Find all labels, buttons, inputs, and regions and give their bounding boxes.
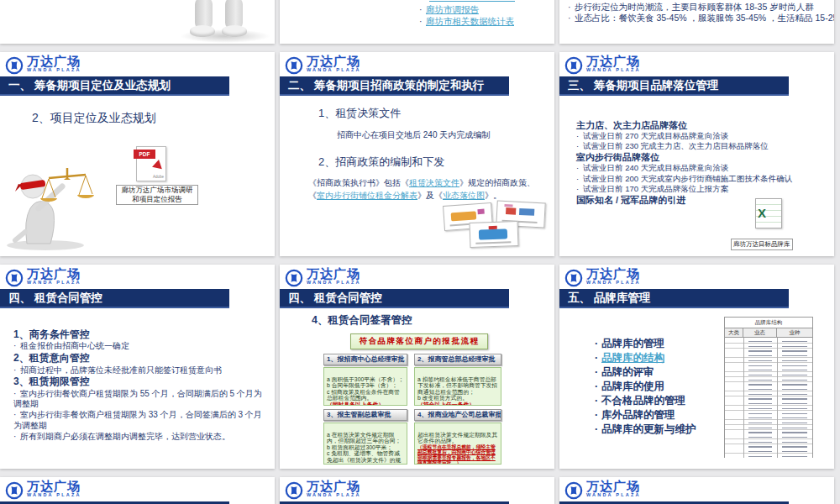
logo-title: 万达广场	[307, 55, 361, 67]
table-title: 品牌库结构	[725, 318, 812, 328]
link-rent-breakdown-table[interactable]: 室内步行街铺位租金分解表	[317, 191, 417, 200]
section-heading: 2、项目定位及业态规划	[32, 111, 156, 126]
item-heading: 2、招商政策的编制和下发	[318, 155, 444, 170]
section-head: 3、租赁期限管控	[13, 375, 265, 388]
contract-control-list: 1、商务条件管控 ·租金报价由招商中心统一确定 2、租赁意向管控 ·招商过程中，…	[13, 328, 265, 443]
wanda-logo: 万达广场WANDA PLAZA	[5, 480, 81, 503]
wanda-logo-mark-icon	[5, 481, 24, 500]
list-item: ·租金报价由招商中心统一确定	[13, 341, 265, 352]
bullet-icon: ·	[568, 13, 575, 23]
link-city-data-table[interactable]: 廊坊市相关数据统计表	[426, 16, 514, 26]
table-header: 大类 业态 业种	[725, 328, 812, 338]
slide-row1-col2[interactable]: ·廊坊市调报告 ·廊坊市相关数据统计表	[280, 0, 554, 44]
section-head: 2、租赁意向管控	[13, 352, 265, 365]
slide-grid-page: ·廊坊市调报告 ·廊坊市相关数据统计表 ·步行街定位为时尚潮流，主要目标顾客群体…	[0, 0, 840, 504]
slide-title: 一、 筹备期项目定位及业态规划	[8, 79, 171, 92]
slide-title-bar: 四、 租赁合同管控	[280, 289, 509, 308]
slide-row4-col2[interactable]: 万达广场WANDA PLAZA	[280, 477, 554, 504]
wanda-logo-mark-icon	[5, 269, 24, 287]
list-item: ·试营业日前 200 天完成室内步行街商铺施工图技术条件确认	[576, 174, 822, 184]
pdf-badge: PDF	[134, 150, 155, 159]
wanda-logo: 万达广场WANDA PLAZA	[564, 55, 641, 78]
logo-title: 万达广场	[27, 55, 81, 67]
logo-subtitle: WANDA PLAZA	[27, 68, 81, 73]
wanda-logo-mark-icon	[285, 269, 303, 287]
slide-row2-col3[interactable]: 万达广场WANDA PLAZA 三、 筹备期项目品牌落位管理 主力店、次主力店品…	[559, 52, 834, 256]
link-brand-library-structure[interactable]: 品牌库的结构	[601, 352, 664, 364]
flow-box-head: 4、报商业地产公司总裁审批	[414, 409, 501, 421]
list-item: ·廊坊市调报告	[419, 4, 479, 16]
excel-attachment-icon[interactable]: X	[755, 198, 782, 228]
link-city-survey-report[interactable]: 廊坊市调报告	[426, 4, 479, 14]
slide-row1-col1[interactable]	[0, 0, 275, 44]
blindfolded-figure-scales-image	[2, 150, 109, 252]
wanda-logo: 万达广场WANDA PLAZA	[285, 480, 361, 503]
approval-flow-banner: 符合品牌落位商户的报批流程	[350, 333, 488, 349]
item-heading: 1、租赁决策文件	[318, 106, 401, 121]
slide-row3-col3[interactable]: 万达广场WANDA PLAZA 五、 品牌库管理 ·品牌库的管理 ·品牌库的结构…	[559, 265, 834, 469]
link-format-layout-map[interactable]: 业态落位图	[443, 191, 485, 200]
bullet-icon: ·	[568, 2, 575, 12]
wanda-logo: 万达广场WANDA PLAZA	[564, 480, 641, 503]
pdf-attachment-icon[interactable]: PDF Adobe	[136, 146, 166, 181]
slide-row1-col3[interactable]: ·步行街定位为时尚潮流，主要目标顾客群体 18-35 岁时尚人群 ·业态占比：餐…	[559, 0, 834, 44]
list-item: ·试营业日前 170 天完成品牌落位上报方案	[576, 184, 822, 194]
list-item: ·廊坊市相关数据统计表	[419, 16, 514, 28]
list-item: ·库外品牌的管理	[595, 408, 696, 423]
list-item: ·室内步行街非餐饮商户租赁期限为 33 个月，合同签满后的 3 个月为调整期	[13, 410, 265, 432]
logo-title: 万达广场	[307, 267, 361, 280]
list-item: ·试营业日前 230 完成主力店、次主力店目标品牌落位	[576, 141, 822, 151]
flow-box-head: 2、报商管总部总经理审批	[414, 354, 501, 365]
slide-row2-col2[interactable]: 万达广场WANDA PLAZA 二、 筹备期项目招商政策的制定和执行 1、租赁决…	[280, 52, 554, 256]
logo-subtitle: WANDA PLAZA	[307, 68, 361, 73]
bullet-icon: ·	[419, 16, 426, 26]
logo-title: 万达广场	[586, 267, 641, 280]
list-item: ·步行街定位为时尚潮流，主要目标顾客群体 18-35 岁时尚人群	[568, 2, 814, 13]
logo-subtitle: WANDA PLAZA	[307, 281, 361, 286]
list-item: ·招商过程中，品牌落位未经批准前只能签订租赁意向书	[13, 365, 265, 376]
wanda-logo-mark-icon	[285, 56, 303, 75]
wanda-logo: 万达广场WANDA PLAZA	[5, 55, 81, 78]
wanda-logo: 万达广场WANDA PLAZA	[285, 55, 361, 78]
logo-title: 万达广场	[586, 480, 641, 492]
list-item: ·室内步行街餐饮商户租赁期限为 55 个月，合同期满后的 5 个月为调整期	[13, 389, 265, 411]
flow-box-body: a 在租赁决策文件规定期限内，但期限超过三年的合同； b 租赁面积超过300平米…	[323, 423, 407, 465]
policy-paragraph: 《招商政策执行书》包括《租赁决策文件》规定的招商政策、《室内步行街铺位租金分解表…	[308, 176, 542, 202]
slide-row3-col1[interactable]: 万达广场WANDA PLAZA 四、 租赁合同管控 1、商务条件管控 ·租金报价…	[0, 265, 275, 469]
logo-subtitle: WANDA PLAZA	[586, 493, 641, 498]
table-body	[725, 338, 812, 458]
cutoff-link-underline	[429, 1, 515, 2]
slide-row4-col3[interactable]: 万达广场WANDA PLAZA	[559, 477, 834, 504]
wanda-logo-mark-icon	[564, 56, 583, 75]
section-heading: 4、租赁合同签署管控	[312, 313, 412, 328]
list-item: ·品牌库的使用	[595, 380, 696, 394]
flow-box-body: 超出租赁决策文件规定期限及其它条件的品牌。 （流程节点在呈报总裁前，须经主管副总…	[414, 423, 501, 465]
bullet-icon: ·	[419, 4, 426, 14]
section-head: 主力店、次主力店品牌落位	[576, 119, 822, 131]
adobe-label: Adobe	[153, 175, 164, 179]
list-item: ·品牌库的结构	[595, 351, 696, 365]
link-lease-decision-doc[interactable]: 租赁决策文件	[409, 178, 459, 187]
wanda-logo: 万达广场WANDA PLAZA	[285, 267, 361, 291]
slide-row2-col1[interactable]: 万达广场WANDA PLAZA 一、 筹备期项目定位及业态规划 2、项目定位及业…	[0, 52, 275, 256]
slide-row3-col2[interactable]: 万达广场WANDA PLAZA 四、 租赁合同管控 4、租赁合同签署管控 符合品…	[280, 265, 554, 469]
flow-box-body: a 拟签约租金标准低于商管总部下发标准，但不影响商管下发招商通知总租金范围的； …	[414, 367, 501, 406]
slide-title-bar: 四、 租赁合同管控	[0, 289, 229, 308]
list-item: ·品牌库的管理	[595, 337, 696, 351]
list-item: ·所有到期商户必须在调整期内调整完毕，达到营业状态。	[13, 432, 265, 443]
logo-subtitle: WANDA PLAZA	[27, 281, 81, 286]
item-note: 招商中心在项目交地后 240 天内完成编制	[337, 129, 490, 141]
list-item: ·试营业日前 270 天完成目标品牌意向洽谈	[576, 131, 822, 141]
section-head: 1、商务条件管控	[13, 328, 265, 341]
logo-title: 万达广场	[307, 480, 361, 492]
brand-placement-list: 主力店、次主力店品牌落位 ·试营业日前 270 天完成目标品牌意向洽谈 ·试营业…	[576, 119, 822, 206]
wanda-logo: 万达广场WANDA PLAZA	[564, 267, 641, 291]
section-head: 国际知名 / 冠军品牌的引进	[576, 194, 822, 206]
slide-row4-col1[interactable]: 万达广场WANDA PLAZA	[0, 477, 275, 504]
logo-subtitle: WANDA PLAZA	[307, 493, 361, 498]
section-head: 室内步行街品牌落位	[576, 151, 822, 163]
wanda-logo-mark-icon	[564, 481, 583, 500]
list-item: ·品牌的评审	[595, 365, 696, 380]
slide-title-bar: 三、 筹备期项目品牌落位管理	[559, 76, 789, 96]
slide-title: 三、 筹备期项目品牌落位管理	[568, 79, 718, 92]
